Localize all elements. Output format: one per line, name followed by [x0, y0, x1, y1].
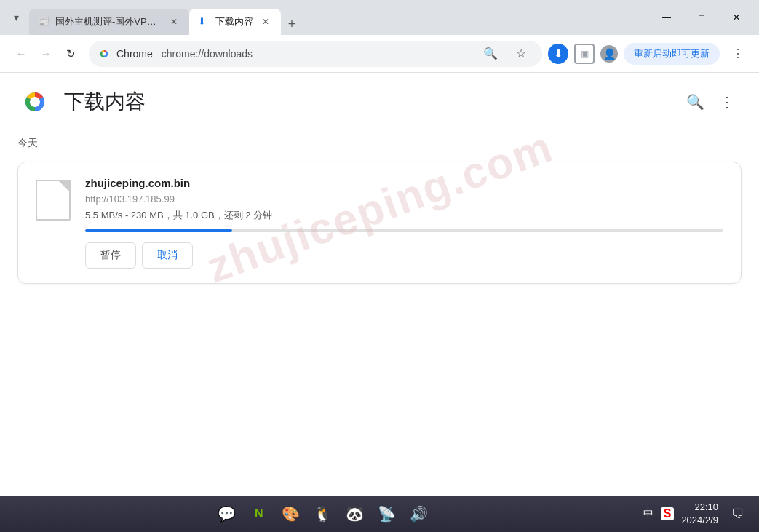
- menu-icon[interactable]: ⋮: [726, 41, 750, 66]
- page-header: 下载内容 🔍 ⋮: [0, 73, 759, 131]
- chrome-label: Chrome: [116, 48, 153, 60]
- taskbar-app2-icon[interactable]: 🐧: [310, 501, 336, 527]
- taskbar-date-text: 2024/2/9: [681, 514, 718, 527]
- download-url: http://103.197.185.99: [85, 194, 723, 205]
- page-content: zhujiceping.com 下载内容 🔍 ⋮ 今天 zhujiceping.…: [0, 73, 759, 496]
- taskbar: 💬 N 🎨 🐧 🐼 📡 🔊 中 S 22:10 2024/2/9 🗨: [0, 496, 759, 532]
- download-list: zhujiceping.com.bin http://103.197.185.9…: [0, 156, 759, 290]
- taskbar-input-method[interactable]: 中: [643, 507, 653, 520]
- forward-button[interactable]: →: [33, 41, 58, 66]
- title-bar: ▾ 📰 国外主机测评-国外VPS、国... ✕ ⬇ 下载内容 ✕ + — □ ✕: [0, 0, 759, 35]
- download-indicator-icon[interactable]: ⬇: [548, 44, 568, 64]
- download-filename: zhujiceping.com.bin: [85, 177, 723, 189]
- taskbar-icons: 💬 N 🎨 🐧 🐼 📡 🔊: [9, 501, 637, 527]
- tab-1-title: 国外主机测评-国外VPS、国...: [55, 15, 162, 28]
- tab-1[interactable]: 📰 国外主机测评-国外VPS、国... ✕: [29, 9, 189, 35]
- window-controls: — □ ✕: [644, 5, 753, 30]
- back-button[interactable]: ←: [9, 41, 33, 66]
- nav-bar: ← → ↻ Chrome chrome://downloads 🔍 ☆ ⬇ ▣ …: [0, 35, 759, 73]
- file-icon: [36, 180, 71, 221]
- taskbar-notification-icon[interactable]: 🗨: [726, 501, 750, 526]
- chrome-logo-small-icon: [98, 47, 111, 60]
- tab-2-title: 下载内容: [215, 15, 253, 28]
- chrome-logo-big-icon: [17, 84, 52, 119]
- close-button[interactable]: ✕: [720, 5, 753, 30]
- taskbar-app1-icon[interactable]: 🎨: [278, 501, 304, 527]
- download-info: zhujiceping.com.bin http://103.197.185.9…: [85, 177, 723, 269]
- svg-point-1: [103, 52, 106, 55]
- new-tab-button[interactable]: +: [281, 13, 303, 35]
- bookmark-icon[interactable]: ☆: [509, 41, 533, 66]
- taskbar-right: 中 S 22:10 2024/2/9 🗨: [643, 501, 750, 527]
- taskbar-nvidia-icon[interactable]: N: [246, 501, 272, 527]
- page-header-icons: 🔍 ⋮: [680, 87, 742, 116]
- taskbar-antivirus-icon[interactable]: S: [661, 507, 675, 520]
- tab-1-close[interactable]: ✕: [167, 15, 180, 28]
- section-today-label: 今天: [0, 131, 759, 156]
- taskbar-network-icon[interactable]: 📡: [374, 501, 400, 527]
- download-status: 5.5 MB/s - 230 MB，共 1.0 GB，还剩 2 分钟: [85, 209, 723, 222]
- update-button[interactable]: 重新启动即可更新: [624, 43, 720, 65]
- search-button[interactable]: 🔍: [680, 87, 710, 116]
- cancel-button[interactable]: 取消: [142, 242, 193, 269]
- tab-2-favicon: ⬇: [198, 16, 210, 28]
- tab-2[interactable]: ⬇ 下载内容 ✕: [189, 9, 281, 35]
- download-actions: 暂停 取消: [85, 242, 723, 269]
- sidebar-toggle-icon[interactable]: ▣: [574, 44, 595, 64]
- nav-controls: ← → ↻: [9, 41, 83, 66]
- taskbar-volume-icon[interactable]: 🔊: [406, 501, 432, 527]
- refresh-button[interactable]: ↻: [58, 41, 83, 66]
- taskbar-clock: 22:10 2024/2/9: [681, 501, 718, 527]
- svg-point-3: [30, 97, 40, 107]
- more-menu-button[interactable]: ⋮: [712, 87, 742, 116]
- tab-1-favicon: 📰: [38, 16, 49, 28]
- address-search-icon[interactable]: 🔍: [478, 41, 503, 66]
- taskbar-app3-icon[interactable]: 🐼: [342, 501, 368, 527]
- tab-group: 📰 国外主机测评-国外VPS、国... ✕ ⬇ 下载内容 ✕ +: [29, 0, 644, 35]
- progress-bar-container: [85, 229, 723, 232]
- tab-dropdown-btn[interactable]: ▾: [6, 7, 26, 28]
- page-title: 下载内容: [64, 88, 669, 116]
- address-url: chrome://downloads: [162, 48, 253, 60]
- download-card: zhujiceping.com.bin http://103.197.185.9…: [17, 162, 742, 284]
- profile-avatar[interactable]: 👤: [600, 45, 618, 63]
- taskbar-wechat-icon[interactable]: 💬: [214, 501, 240, 527]
- address-bar[interactable]: Chrome chrome://downloads 🔍 ☆: [89, 41, 542, 67]
- minimize-button[interactable]: —: [650, 5, 683, 30]
- taskbar-time-text: 22:10: [681, 501, 718, 514]
- progress-bar-fill: [85, 229, 232, 232]
- maximize-button[interactable]: □: [685, 5, 718, 30]
- pause-button[interactable]: 暂停: [85, 242, 136, 269]
- tab-2-close[interactable]: ✕: [259, 15, 272, 28]
